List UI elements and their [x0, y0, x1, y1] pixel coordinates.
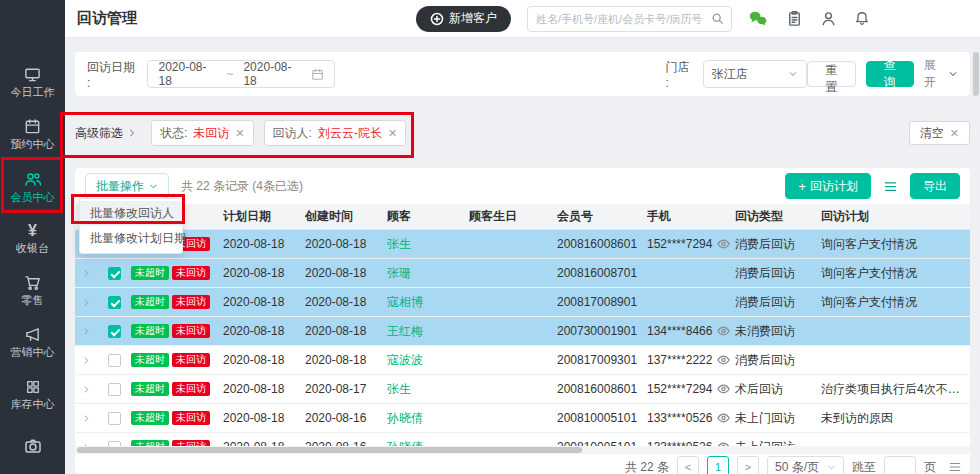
table-row: 未超时 未回访 2020-08-18 2020-08-18 王红梅 200730… — [75, 317, 970, 346]
status-badge-ontime: 未超时 — [131, 324, 169, 338]
prev-page-button[interactable]: < — [677, 456, 699, 474]
jump-page-input[interactable] — [884, 456, 916, 474]
wechat-icon[interactable] — [748, 10, 769, 28]
col-member-no: 会员号 — [557, 208, 647, 225]
record-summary: 共 22 条记录 (4条已选) — [181, 178, 303, 195]
current-page-button[interactable]: 1 — [707, 456, 729, 474]
filter-tag-visitor[interactable]: 回访人: 刘云云-院长 ✕ — [264, 120, 407, 146]
batch-actions-button[interactable]: 批量操作 — [85, 173, 169, 199]
store-select[interactable]: 张江店 — [703, 60, 807, 88]
sidebar-item-member-center[interactable]: 会员中心 — [0, 160, 65, 212]
sidebar-item-retail[interactable]: 零售 — [0, 264, 65, 316]
expand-toggle[interactable]: 展开 — [924, 57, 958, 91]
row-status: 未超时 未回访 — [131, 382, 223, 396]
query-button[interactable]: 查询 — [866, 61, 914, 87]
cell-member-no: 200816008701 — [557, 266, 647, 280]
row-expand-icon[interactable] — [75, 385, 101, 394]
horizontal-scrollbar-thumb[interactable] — [77, 447, 582, 453]
clear-filters-button[interactable]: 清空 ✕ — [909, 121, 970, 145]
eye-icon[interactable] — [717, 355, 730, 365]
date-range-picker[interactable]: 2020-08-18 ~ 2020-08-18 — [147, 60, 335, 88]
cell-plan-date: 2020-08-18 — [223, 237, 305, 251]
sidebar-item-label: 今日工作 — [11, 87, 55, 98]
eye-icon[interactable] — [717, 326, 730, 336]
status-badge-ontime: 未超时 — [131, 295, 169, 309]
sidebar-item-label: 库存中心 — [11, 399, 55, 410]
sidebar-item-cashier[interactable]: ¥ 收银台 — [0, 212, 65, 264]
batch-actions-menu: 批量修改回访人 批量修改计划日期 — [79, 198, 183, 254]
contacts-icon[interactable] — [820, 10, 837, 27]
row-checkbox[interactable] — [108, 412, 121, 425]
calendar-small-icon — [311, 68, 324, 81]
clipboard-icon[interactable] — [786, 10, 803, 27]
sidebar-item-label: 预约中心 — [11, 139, 55, 150]
reset-button[interactable]: 重置 — [807, 61, 855, 87]
sidebar: 今日工作 预约中心 会员中心 ¥ 收银台 零售 营销中心 库存中心 — [0, 0, 65, 474]
row-checkbox[interactable] — [108, 354, 121, 367]
row-checkbox[interactable] — [108, 296, 121, 309]
sidebar-item-marketing-center[interactable]: 营销中心 — [0, 316, 65, 368]
row-expand-icon[interactable] — [75, 414, 101, 423]
sidebar-item-today-work[interactable]: 今日工作 — [0, 56, 65, 108]
sidebar-item-inventory-center[interactable]: 库存中心 — [0, 368, 65, 420]
menu-item-batch-edit-plan-date[interactable]: 批量修改计划日期 — [80, 226, 182, 251]
search-input[interactable] — [527, 6, 732, 32]
eye-icon[interactable] — [717, 384, 730, 394]
jump-suffix: 页 — [924, 459, 936, 474]
sidebar-item-label: 营销中心 — [11, 347, 55, 358]
jump-label: 跳至 — [852, 459, 876, 474]
row-expand-icon[interactable] — [75, 327, 101, 336]
add-customer-button[interactable]: 新增客户 — [416, 6, 511, 32]
customer-link[interactable]: 张生 — [387, 236, 469, 253]
top-header: 回访管理 新增客户 — [65, 0, 980, 38]
close-icon[interactable]: ✕ — [235, 128, 244, 139]
eye-icon[interactable] — [717, 239, 730, 249]
row-checkbox[interactable] — [108, 267, 121, 280]
row-expand-icon[interactable] — [75, 356, 101, 365]
cell-visit-plan: 治疗类项目执行后4次不同疼... — [821, 381, 970, 398]
page-size-select[interactable]: 50 条/页 — [767, 456, 844, 474]
cell-create-date: 2020-08-18 — [305, 237, 387, 251]
row-checkbox[interactable] — [108, 325, 121, 338]
row-checkbox[interactable] — [108, 383, 121, 396]
cell-visit-type: 未上门回访 — [735, 439, 821, 447]
add-visit-plan-button[interactable]: + 回访计划 — [785, 173, 871, 199]
customer-link[interactable]: 寇波波 — [387, 352, 469, 369]
customer-link[interactable]: 寇相博 — [387, 294, 469, 311]
sidebar-item-camera[interactable] — [0, 420, 65, 472]
row-expand-icon[interactable] — [75, 269, 101, 278]
customer-link[interactable]: 张生 — [387, 381, 469, 398]
pagination: 共 22 条 < 1 > 50 条/页 跳至 页 — [75, 456, 970, 474]
row-status: 未超时 未回访 — [131, 411, 223, 425]
sidebar-item-label: 会员中心 — [11, 192, 55, 203]
search-icon[interactable] — [711, 12, 725, 26]
date-from[interactable]: 2020-08-18 — [158, 60, 216, 88]
advanced-filter-toggle[interactable]: 高级筛选 — [75, 125, 137, 142]
date-to[interactable]: 2020-08-18 — [243, 60, 301, 88]
close-icon[interactable]: ✕ — [388, 128, 397, 139]
store-label: 门店 : — [665, 59, 694, 90]
table-row: 未超时 未回访 2020-08-18 2020-08-18 寇波波 200817… — [75, 346, 970, 375]
status-badge-ontime: 未超时 — [131, 266, 169, 280]
filter-tag-status[interactable]: 状态: 未回访 ✕ — [151, 120, 254, 146]
sidebar-item-appointment-center[interactable]: 预约中心 — [0, 108, 65, 160]
vertical-scrollbar-thumb[interactable] — [973, 52, 979, 96]
customer-link[interactable]: 张珊 — [387, 265, 469, 282]
customer-link[interactable]: 孙晓倩 — [387, 439, 469, 447]
advanced-filter-row: 高级筛选 状态: 未回访 ✕ 回访人: 刘云云-院长 ✕ 清空 ✕ — [75, 118, 970, 148]
customer-link[interactable]: 孙晓倩 — [387, 410, 469, 427]
row-expand-icon[interactable] — [75, 298, 101, 307]
cell-plan-date: 2020-08-18 — [223, 266, 305, 280]
customer-link[interactable]: 王红梅 — [387, 323, 469, 340]
camera-icon — [24, 437, 42, 455]
pagination-settings-icon[interactable] — [948, 460, 962, 474]
export-button[interactable]: 导出 — [910, 173, 960, 199]
eye-icon[interactable] — [717, 413, 730, 423]
cell-visit-type: 消费后回访 — [735, 265, 821, 282]
row-status: 未超时 未回访 — [131, 324, 223, 338]
menu-item-batch-edit-visitor[interactable]: 批量修改回访人 — [80, 201, 182, 226]
bell-icon[interactable] — [854, 10, 870, 27]
column-settings-icon[interactable] — [883, 179, 898, 194]
next-page-button[interactable]: > — [737, 456, 759, 474]
cell-visit-plan: 询问客户支付情况 — [821, 294, 970, 311]
